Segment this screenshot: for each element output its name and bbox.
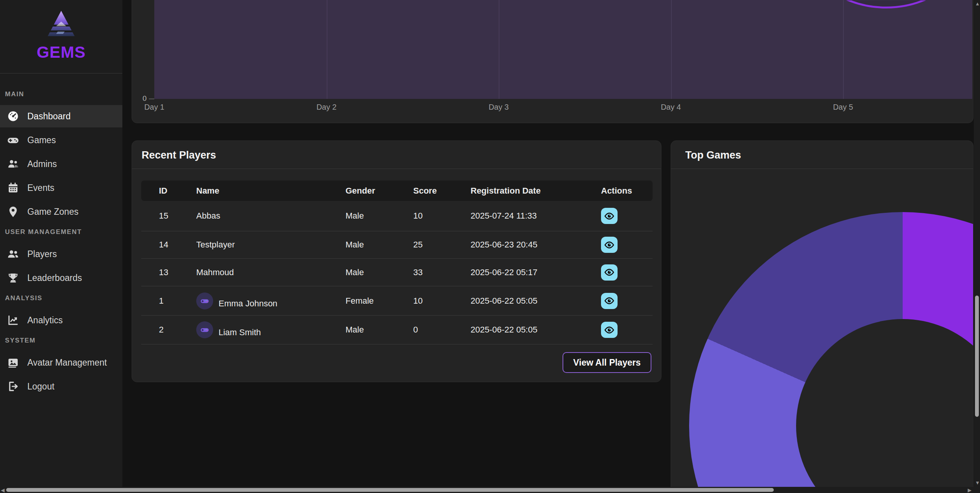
sidebar-section-label: MAIN bbox=[5, 90, 122, 98]
table-row: 14TestplayerMale252025-06-23 20:45 bbox=[141, 231, 653, 259]
cell-score: 10 bbox=[413, 296, 471, 306]
cell-actions bbox=[601, 264, 653, 281]
sidebar-item-dashboard[interactable]: Dashboard bbox=[0, 105, 122, 127]
view-player-button[interactable] bbox=[601, 322, 618, 338]
vertical-scrollbar[interactable]: ▲ ▼ bbox=[974, 0, 980, 493]
cell-name: Liam Smith bbox=[196, 321, 346, 338]
cell-registration-date: 2025-06-22 05:05 bbox=[471, 296, 601, 306]
cell-id: 1 bbox=[159, 296, 196, 306]
gridline-day-4 bbox=[671, 0, 672, 99]
sidebar-item-leaderboards[interactable]: Leaderboards bbox=[0, 267, 122, 289]
table-row: 1Emma JohnsonFemale102025-06-22 05:05 bbox=[141, 286, 653, 316]
chart-line-icon bbox=[7, 314, 20, 327]
scroll-left-arrow[interactable]: ◀ bbox=[1, 488, 5, 493]
sidebar-item-label: Admins bbox=[27, 159, 57, 169]
cell-registration-date: 2025-06-22 05:17 bbox=[471, 267, 601, 277]
sidebar-item-label: Events bbox=[27, 183, 54, 193]
vertical-scrollbar-thumb[interactable] bbox=[975, 296, 979, 417]
sidebar-item-label: Analytics bbox=[27, 315, 63, 326]
player-name: Emma Johnson bbox=[219, 299, 277, 309]
gridline-day-3 bbox=[499, 0, 499, 99]
view-player-button[interactable] bbox=[601, 208, 618, 224]
sidebar-item-label: Avatar Management bbox=[27, 358, 107, 368]
horizontal-scrollbar[interactable]: ◀ ▶ bbox=[0, 487, 974, 493]
gems-logo-icon bbox=[46, 10, 76, 38]
sidebar-item-analytics[interactable]: Analytics bbox=[0, 309, 122, 331]
gamepad-icon bbox=[7, 134, 20, 147]
scroll-down-arrow[interactable]: ▼ bbox=[975, 480, 980, 485]
sidebar-item-label: Dashboard bbox=[27, 111, 71, 122]
view-player-button[interactable] bbox=[601, 264, 618, 281]
sidebar-section-label: USER MANAGEMENT bbox=[5, 228, 122, 236]
activity-chart-card: 0 Day 1Day 2Day 3Day 4Day 5 bbox=[132, 0, 973, 123]
x-tick-label: Day 1 bbox=[132, 103, 181, 112]
column-header-name: Name bbox=[196, 186, 346, 196]
sidebar-item-label: Logout bbox=[27, 381, 54, 392]
cell-registration-date: 2025-06-23 20:45 bbox=[471, 240, 601, 250]
area-chart-fill bbox=[154, 0, 972, 99]
x-tick-label: Day 4 bbox=[644, 103, 698, 112]
view-player-button[interactable] bbox=[601, 293, 618, 309]
cell-actions bbox=[601, 293, 653, 309]
cell-id: 14 bbox=[159, 240, 196, 250]
card-divider bbox=[671, 169, 973, 169]
scroll-right-arrow[interactable]: ▶ bbox=[968, 488, 972, 493]
view-all-players-button[interactable]: View All Players bbox=[563, 352, 651, 373]
cell-score: 0 bbox=[413, 325, 471, 335]
view-player-button[interactable] bbox=[601, 237, 618, 253]
sidebar-item-avatar-management[interactable]: Avatar Management bbox=[0, 351, 122, 374]
cell-registration-date: 2025-07-24 11:33 bbox=[471, 211, 601, 221]
column-header-id: ID bbox=[159, 186, 196, 196]
x-tick-label: Day 3 bbox=[472, 103, 526, 112]
players-table-header: IDNameGenderScoreRegistration DateAction… bbox=[141, 180, 653, 201]
player-name: Testplayer bbox=[196, 240, 235, 250]
gridline-day-2 bbox=[327, 0, 327, 99]
top-games-title: Top Games bbox=[685, 149, 741, 161]
sidebar-item-logout[interactable]: Logout bbox=[0, 375, 122, 398]
sidebar-item-game-zones[interactable]: Game Zones bbox=[0, 201, 122, 223]
brand-header: GEMS bbox=[0, 0, 122, 74]
horizontal-scrollbar-thumb[interactable] bbox=[6, 488, 774, 492]
sidebar-item-events[interactable]: Events bbox=[0, 177, 122, 199]
eye-icon bbox=[604, 325, 614, 335]
cell-gender: Female bbox=[346, 296, 413, 306]
cell-name: Emma Johnson bbox=[196, 292, 346, 309]
image-icon bbox=[7, 356, 20, 369]
cell-gender: Male bbox=[346, 240, 413, 250]
y-axis-tick-mark bbox=[149, 99, 154, 99]
logout-icon bbox=[7, 380, 20, 393]
dashboard-icon bbox=[7, 110, 20, 123]
recent-players-title: Recent Players bbox=[142, 149, 216, 161]
eye-icon bbox=[604, 211, 614, 221]
sidebar-item-admins[interactable]: Admins bbox=[0, 153, 122, 175]
cell-id: 2 bbox=[159, 325, 196, 335]
cell-registration-date: 2025-06-22 05:05 bbox=[471, 325, 601, 335]
table-row: 13MahmoudMale332025-06-22 05:17 bbox=[141, 259, 653, 286]
table-row: 15AbbasMale102025-07-24 11:33 bbox=[141, 201, 653, 231]
trophy-icon bbox=[7, 271, 20, 284]
sidebar-section-label: ANALYSIS bbox=[5, 294, 122, 302]
card-divider bbox=[132, 169, 661, 169]
sidebar-item-games[interactable]: Games bbox=[0, 129, 122, 151]
sidebar-section-label: SYSTEM bbox=[5, 337, 122, 344]
recent-players-card: Recent Players IDNameGenderScoreRegistra… bbox=[132, 140, 661, 382]
column-header-actions: Actions bbox=[601, 186, 653, 196]
sidebar: GEMS MAINDashboardGamesAdminsEventsGame … bbox=[0, 0, 122, 487]
cell-actions bbox=[601, 208, 653, 224]
cell-id: 15 bbox=[159, 211, 196, 221]
cell-name: Mahmoud bbox=[196, 267, 346, 277]
player-name: Abbas bbox=[196, 211, 220, 221]
eye-icon bbox=[604, 240, 614, 250]
table-row: 2Liam SmithMale02025-06-22 05:05 bbox=[141, 316, 653, 344]
column-header-registration-date: Registration Date bbox=[471, 186, 601, 196]
cell-id: 13 bbox=[159, 267, 196, 277]
eye-icon bbox=[604, 267, 614, 277]
player-avatar bbox=[196, 321, 213, 338]
cell-name: Testplayer bbox=[196, 240, 346, 250]
scroll-up-arrow[interactable]: ▲ bbox=[975, 1, 980, 6]
player-avatar bbox=[196, 292, 213, 309]
cell-actions bbox=[601, 322, 653, 338]
sidebar-item-players[interactable]: Players bbox=[0, 243, 122, 265]
sidebar-item-label: Games bbox=[27, 135, 56, 145]
top-games-card: Top Games bbox=[671, 140, 973, 493]
